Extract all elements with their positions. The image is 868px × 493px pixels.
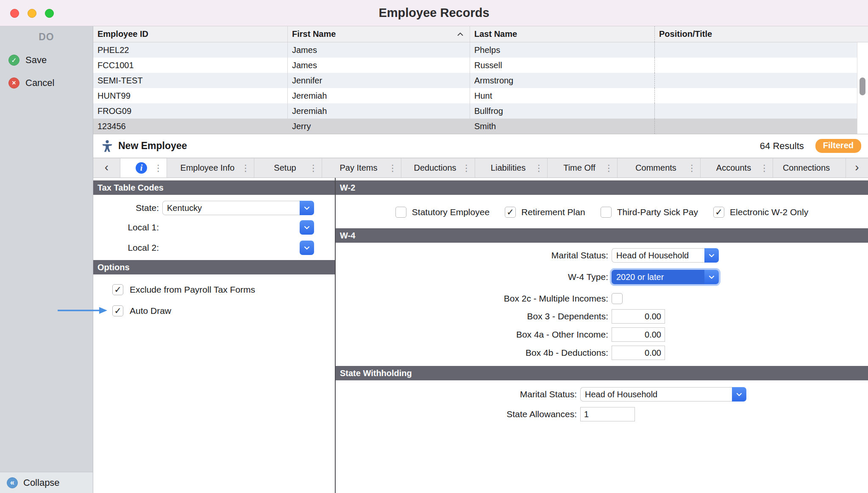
table-scrollbar[interactable] <box>857 42 868 134</box>
cell-employee-id: FCC1001 <box>93 58 288 73</box>
checkbox-label: Exclude from Payroll Tax Forms <box>130 285 255 295</box>
minimize-window-button[interactable] <box>28 9 36 18</box>
box4a-other-income-input[interactable] <box>612 327 665 342</box>
cell-last-name: Smith <box>470 119 655 134</box>
auto-draw-row: Auto Draw <box>112 305 335 316</box>
tabs-scroll-right-button[interactable]: › <box>846 158 868 177</box>
local1-label: Local 1: <box>93 222 159 233</box>
cell-position <box>655 73 868 88</box>
tab-drag-handle-icon[interactable]: ⋮ <box>462 163 471 173</box>
state-allowances-input[interactable] <box>580 407 635 421</box>
cell-position <box>655 119 868 134</box>
tab-deductions[interactable]: Deductions ⋮ <box>401 158 475 177</box>
checkbox-label: Third-Party Sick Pay <box>617 207 698 217</box>
retirement-plan-checkbox[interactable] <box>505 207 516 218</box>
cell-last-name: Phelps <box>470 42 655 58</box>
detail-panes: Tax Table Codes State: Kentucky Local 1: <box>93 178 868 493</box>
tab-label: Pay Items <box>340 163 384 173</box>
tab-label: Setup <box>274 163 302 173</box>
chevron-down-icon <box>704 248 719 263</box>
column-header-employee-id[interactable]: Employee ID <box>93 26 288 42</box>
table-header-row: Employee ID First Name Last Name Positio… <box>93 26 868 42</box>
cell-employee-id: HUNT99 <box>93 88 288 103</box>
state-marital-status-dropdown[interactable]: Head of Household <box>580 387 746 402</box>
tab-drag-handle-icon[interactable]: ⋮ <box>760 163 769 173</box>
local2-dropdown[interactable] <box>162 241 314 255</box>
column-header-position-title[interactable]: Position/Title <box>655 26 868 42</box>
section-header-w2: W-2 <box>336 180 868 195</box>
box3-dependents-input[interactable] <box>612 309 665 324</box>
local1-dropdown[interactable] <box>162 220 314 235</box>
tab-drag-handle-icon[interactable]: ⋮ <box>534 163 543 173</box>
left-pane: Tax Table Codes State: Kentucky Local 1: <box>93 178 335 493</box>
cell-last-name: Hunt <box>470 88 655 103</box>
cancel-label: Cancel <box>25 78 54 89</box>
record-bar: New Employee 64 Results Filtered <box>93 134 868 158</box>
w4-type-dropdown[interactable]: 2020 or later <box>612 270 719 284</box>
box3-label: Box 3 - Dependents: <box>336 311 608 321</box>
filtered-badge[interactable]: Filtered <box>815 139 861 153</box>
box4b-deductions-input[interactable] <box>612 346 665 360</box>
third-party-sick-pay-checkbox[interactable] <box>601 207 612 218</box>
close-window-button[interactable] <box>10 9 19 18</box>
table-row[interactable]: PHEL22 James Phelps <box>93 42 868 58</box>
tab-drag-handle-icon[interactable]: ⋮ <box>241 163 250 173</box>
cell-position <box>655 88 868 103</box>
marital-status-value: Head of Household <box>612 248 704 263</box>
electronic-w2-only-checkbox[interactable] <box>713 207 724 218</box>
double-chevron-left-icon: « <box>7 477 18 488</box>
box3-row: Box 3 - Dependents: <box>336 309 868 324</box>
table-row[interactable]: HUNT99 Jeremiah Hunt <box>93 88 868 103</box>
cancel-button[interactable]: × Cancel <box>0 78 93 89</box>
save-button[interactable]: ✓ Save <box>0 55 93 66</box>
tab-drag-handle-icon[interactable]: ⋮ <box>309 163 318 173</box>
exclude-payroll-tax-forms-row: Exclude from Payroll Tax Forms <box>112 284 335 295</box>
section-header-state-withholding: State Withholding <box>336 366 868 380</box>
table-row[interactable]: FROG09 Jeremiah Bullfrog <box>93 103 868 119</box>
table-row[interactable]: SEMI-TEST Jennifer Armstrong <box>93 73 868 88</box>
column-header-first-name[interactable]: First Name <box>288 26 470 42</box>
column-header-label: Employee ID <box>97 29 148 39</box>
column-header-last-name[interactable]: Last Name <box>470 26 655 42</box>
box2c-row: Box 2c - Multiple Incomes: <box>336 293 868 304</box>
tab-drag-handle-icon[interactable]: ⋮ <box>687 163 696 173</box>
auto-draw-checkbox[interactable] <box>112 305 123 316</box>
checkbox-label: Retirement Plan <box>521 207 585 217</box>
tab-setup[interactable]: Setup ⋮ <box>254 158 322 177</box>
tab-drag-handle-icon[interactable]: ⋮ <box>388 163 397 173</box>
state-marital-status-value: Head of Household <box>580 387 732 402</box>
local1-row: Local 1: <box>93 220 335 235</box>
table-row[interactable]: 123456 Jerry Smith <box>93 119 868 134</box>
tab-connections[interactable]: Connections <box>773 158 846 177</box>
table-body: PHEL22 James Phelps FCC1001 James Russel… <box>93 42 868 134</box>
checkbox-label: Electronic W-2 Only <box>730 207 808 217</box>
scrollbar-thumb[interactable] <box>860 78 865 95</box>
statutory-employee-checkbox[interactable] <box>395 207 406 218</box>
tab-info[interactable]: i ⋮ <box>120 158 167 177</box>
box4b-label: Box 4b - Deductions: <box>336 348 608 358</box>
employee-table: Employee ID First Name Last Name Positio… <box>93 26 868 134</box>
tab-drag-handle-icon[interactable]: ⋮ <box>154 163 163 173</box>
zoom-window-button[interactable] <box>45 9 54 18</box>
cell-employee-id: SEMI-TEST <box>93 73 288 88</box>
tabs-scroll-left-button[interactable]: ‹ <box>93 158 120 177</box>
local2-label: Local 2: <box>93 243 159 253</box>
w4-type-value: 2020 or later <box>612 270 704 284</box>
tab-drag-handle-icon[interactable]: ⋮ <box>604 163 613 173</box>
tab-time-off[interactable]: Time Off ⋮ <box>548 158 618 177</box>
state-allowances-label: State Allowances: <box>336 409 577 419</box>
state-label: State: <box>93 203 159 213</box>
cell-first-name: Jeremiah <box>288 88 470 103</box>
collapse-button[interactable]: « Collapse <box>0 472 93 493</box>
state-dropdown[interactable]: Kentucky <box>162 201 314 215</box>
marital-status-dropdown[interactable]: Head of Household <box>612 248 719 263</box>
tab-pay-items[interactable]: Pay Items ⋮ <box>322 158 401 177</box>
tab-liabilities[interactable]: Liabilities ⋮ <box>475 158 548 177</box>
box2c-multiple-incomes-checkbox[interactable] <box>612 293 623 304</box>
exclude-payroll-tax-forms-checkbox[interactable] <box>112 284 123 295</box>
box4a-row: Box 4a - Other Income: <box>336 327 868 342</box>
tab-accounts[interactable]: Accounts ⋮ <box>701 158 773 177</box>
tab-employee-info[interactable]: Employee Info ⋮ <box>167 158 254 177</box>
tab-comments[interactable]: Comments ⋮ <box>618 158 701 177</box>
table-row[interactable]: FCC1001 James Russell <box>93 58 868 73</box>
